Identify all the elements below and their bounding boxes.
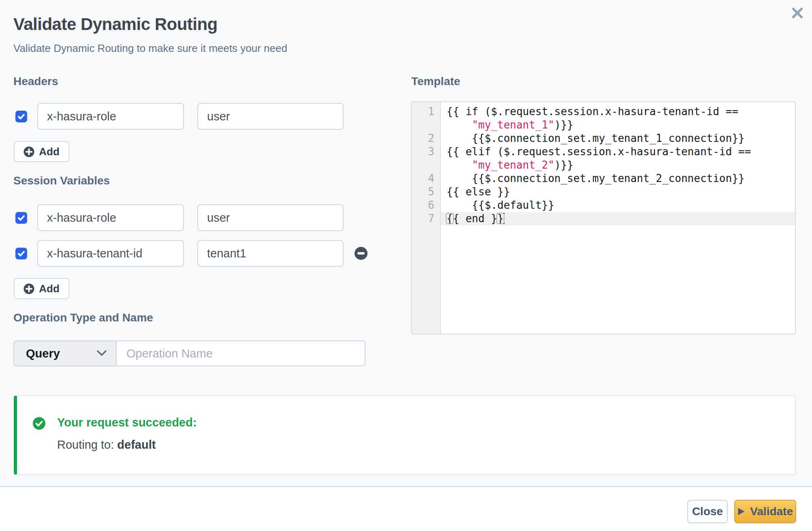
- session-variable-key-input[interactable]: [37, 204, 184, 231]
- code-line-text: {{ if ($.request.session.x-hasura-tenant…: [441, 105, 795, 118]
- line-number: 5: [412, 185, 441, 199]
- validate-button[interactable]: Validate: [734, 500, 796, 523]
- close-button[interactable]: Close: [687, 500, 728, 523]
- session-variable-value-input[interactable]: [197, 204, 344, 231]
- code-line-text: {{$.connection_set.my_tenant_1_connectio…: [441, 132, 795, 145]
- code-line[interactable]: 6 {{$.default}}: [412, 199, 795, 212]
- session-variables-section-label: Session Variables: [13, 174, 110, 187]
- template-code-editor[interactable]: 1{{ if ($.request.session.x-hasura-tenan…: [411, 101, 796, 334]
- result-routing-text: Routing to: default: [57, 438, 156, 452]
- code-line[interactable]: 2 {{$.connection_set.my_tenant_1_connect…: [412, 132, 795, 145]
- add-session-variable-button[interactable]: Add: [14, 278, 69, 299]
- line-number: 6: [412, 199, 441, 212]
- code-line[interactable]: 5{{ else }}: [412, 185, 795, 199]
- code-line-text: {{ else }}: [441, 185, 795, 199]
- page-title: Validate Dynamic Routing: [13, 15, 218, 34]
- session-variable-value-input[interactable]: [197, 240, 344, 267]
- chevron-down-icon: [96, 349, 107, 358]
- success-check-icon: [33, 417, 45, 431]
- validate-button-label: Validate: [750, 505, 793, 518]
- code-line-text: {{ end }}: [441, 212, 795, 225]
- add-header-button[interactable]: Add: [14, 141, 69, 162]
- code-line[interactable]: 1{{ if ($.request.session.x-hasura-tenan…: [412, 105, 795, 118]
- header-row: [15, 103, 344, 130]
- line-number: 7: [412, 212, 441, 225]
- session-variable-checkbox[interactable]: [15, 248, 27, 259]
- add-session-variable-label: Add: [39, 283, 60, 295]
- operation-type-value: Query: [26, 347, 60, 360]
- code-line[interactable]: "my_tenant_1")}}: [412, 118, 795, 132]
- editor-top-spacer: [412, 102, 795, 105]
- line-number: 3: [412, 145, 441, 158]
- line-number: [412, 158, 441, 172]
- result-title: Your request succeeded:: [57, 416, 197, 429]
- headers-section-label: Headers: [13, 75, 58, 88]
- header-row-checkbox[interactable]: [15, 111, 27, 122]
- header-value-input[interactable]: [197, 103, 344, 130]
- session-variable-row: [15, 204, 344, 231]
- close-icon[interactable]: [788, 3, 807, 23]
- code-line[interactable]: 7{{ end }}: [412, 212, 795, 225]
- code-line-text: {{$.connection_set.my_tenant_2_connectio…: [441, 172, 795, 185]
- code-line[interactable]: "my_tenant_2")}}: [412, 158, 795, 172]
- template-section-label: Template: [411, 75, 460, 88]
- editor-empty-area[interactable]: [412, 225, 795, 334]
- code-line-text: "my_tenant_2")}}: [441, 158, 795, 172]
- text-cursor: [504, 213, 504, 224]
- plus-circle-icon: [24, 146, 34, 157]
- plus-circle-icon: [24, 283, 34, 294]
- line-number: 4: [412, 172, 441, 185]
- operation-name-input[interactable]: [117, 341, 365, 366]
- header-key-input[interactable]: [37, 103, 184, 130]
- code-line-text: "my_tenant_1")}}: [441, 118, 795, 132]
- code-line[interactable]: 4 {{$.connection_set.my_tenant_2_connect…: [412, 172, 795, 185]
- minus-circle-icon: [354, 246, 368, 260]
- session-variable-row: [15, 240, 344, 267]
- line-number: 2: [412, 132, 441, 145]
- session-variable-checkbox[interactable]: [15, 212, 27, 224]
- play-icon: [737, 506, 745, 517]
- code-line[interactable]: 3{{ elif ($.request.session.x-hasura-ten…: [412, 145, 795, 158]
- line-number: 1: [412, 105, 441, 118]
- code-line-text: {{ elif ($.request.session.x-hasura-tena…: [441, 145, 795, 158]
- operation-section-label: Operation Type and Name: [13, 311, 153, 324]
- operation-group: Query: [13, 340, 365, 366]
- remove-row-button[interactable]: [354, 246, 368, 260]
- operation-type-select[interactable]: Query: [14, 341, 117, 366]
- line-number: [412, 118, 441, 132]
- session-variable-key-input[interactable]: [37, 240, 184, 267]
- add-header-label: Add: [39, 146, 60, 158]
- routing-target: default: [117, 438, 156, 451]
- code-line-text: {{$.default}}: [441, 199, 795, 212]
- page-subtitle: Validate Dynamic Routing to make sure it…: [13, 42, 287, 55]
- close-button-label: Close: [692, 505, 723, 518]
- validation-result-panel: Your request succeeded: Routing to: defa…: [14, 395, 796, 475]
